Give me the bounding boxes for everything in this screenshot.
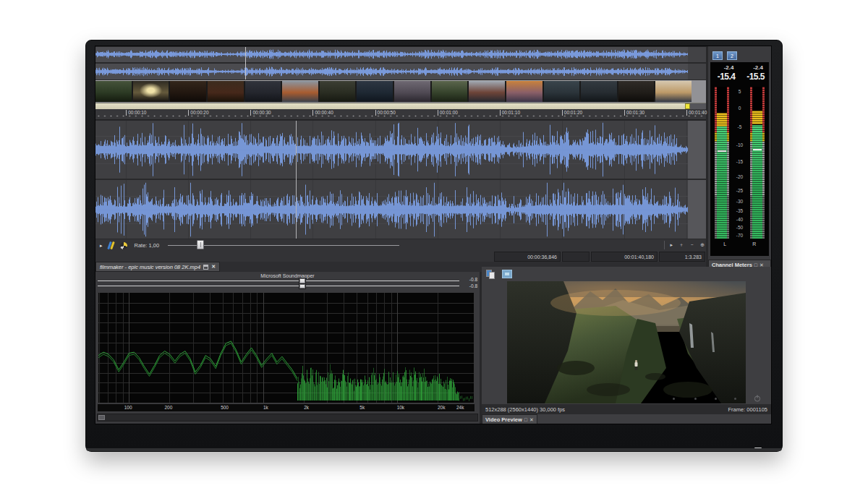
frequency-tick-label: 24k <box>456 405 464 410</box>
filmstrip-thumbnail[interactable] <box>95 81 132 102</box>
ruler-time-label: 00:00:40 <box>312 110 333 116</box>
filmstrip-thumbnail[interactable] <box>170 81 206 102</box>
spectrum-scrollbar-handle[interactable] <box>98 415 105 420</box>
filmstrip-empty-area <box>692 80 706 103</box>
filmstrip-thumbnail[interactable] <box>282 81 318 102</box>
filmstrip-thumbnail[interactable] <box>469 81 505 102</box>
zoom-ratio-box[interactable]: 1:3.283 <box>659 252 705 262</box>
close-icon[interactable]: ✕ <box>211 264 216 270</box>
ruler-time-label: 00:01:20 <box>562 110 582 116</box>
filmstrip-thumbnail[interactable] <box>544 81 580 102</box>
filmstrip-thumbnail[interactable] <box>432 81 468 102</box>
spectrum-plot <box>98 292 475 403</box>
osd-button-2[interactable] <box>694 398 697 400</box>
transport-bar: ▸ Rate: 1,00 ▸ ＋ － ⊕ <box>95 239 706 252</box>
filmstrip-thumbnail[interactable] <box>245 81 281 102</box>
osd-button-3[interactable] <box>715 398 717 400</box>
video-filmstrip[interactable] <box>95 80 692 103</box>
edit-tool-icon[interactable] <box>107 241 116 249</box>
meter-scale-label: -5 <box>729 124 750 129</box>
spectrum-analysis-panel: Microsoft Soundmapper -0.8 -0.8 10020050… <box>95 272 480 424</box>
copy-frame-icon[interactable] <box>485 270 497 280</box>
zoom-in-icon[interactable]: ＋ <box>678 241 684 249</box>
ruler-ticks <box>95 115 706 117</box>
filmstrip-thumbnail[interactable] <box>655 81 692 102</box>
loop-region-fill <box>95 103 685 109</box>
ruler-time-label: 00:01:40 <box>686 110 707 116</box>
power-icon[interactable] <box>753 394 762 403</box>
filmstrip-thumbnail[interactable] <box>394 81 430 102</box>
frequency-tick-label: 500 <box>221 405 229 410</box>
channel-meters-panel: 1 2 -2.4 -2.4 -15.4 -15.5 <box>708 46 771 270</box>
video-status-bar: 512x288 (2560x1440) 30,000 fps Frame: 00… <box>482 404 771 414</box>
meter-scale-label: 0 <box>729 106 750 111</box>
meter-channel-2-button[interactable]: 2 <box>727 51 737 60</box>
zoom-tool-icon[interactable]: ⊕ <box>700 241 705 249</box>
meter-scale-label: 5 <box>729 89 750 94</box>
frequency-tick-label: 5k <box>359 405 365 410</box>
video-preview-tab[interactable]: Video Preview □ ✕ <box>482 414 537 424</box>
peak-value-right: -2.4 <box>740 64 770 71</box>
frequency-axis: 1002005001k2k5k10k20k24k <box>98 404 475 411</box>
osd-button-1[interactable] <box>673 398 675 400</box>
filmstrip-thumbnail[interactable] <box>208 81 244 102</box>
document-title: filmmaker - epic music version 08 2K.mp4 <box>100 264 200 270</box>
waveform-overview[interactable] <box>95 46 706 80</box>
rms-value-right: -15.5 <box>740 72 770 82</box>
filmstrip-thumbnail[interactable] <box>357 81 393 102</box>
event-tool-icon[interactable] <box>120 242 127 249</box>
close-icon[interactable]: ✕ <box>529 417 534 423</box>
filmstrip-thumbnail[interactable] <box>320 81 356 102</box>
meter-scale-label: -25 <box>729 187 750 192</box>
peak-value-left: -2.4 <box>710 64 740 71</box>
frequency-tick-label: 10k <box>397 405 404 410</box>
loop-region-bar[interactable] <box>95 103 706 109</box>
video-preview-panel: 512x288 (2560x1440) 30,000 fps Frame: 00… <box>482 267 771 424</box>
document-tab[interactable]: filmmaker - epic music version 08 2K.mp4… <box>95 262 220 272</box>
spectrum-scrollbar[interactable] <box>97 414 478 421</box>
rate-slider-handle[interactable] <box>197 240 204 249</box>
video-frame-counter: Frame: 0001105 <box>728 406 767 413</box>
audio-editor-window: 00:00:1000:00:2000:00:3000:00:4000:00:50… <box>95 46 706 262</box>
channel-label-right: R <box>740 241 770 247</box>
meter-scale: 50-5-10-15-20-25-30-35-40-50-70 <box>729 87 750 239</box>
selection-status-row: 00:00:36,846 00:01:40,180 1:3.283 <box>95 252 706 262</box>
meter-scale-label: -50 <box>729 225 750 230</box>
play-icon[interactable]: ▸ <box>100 243 103 249</box>
spectrum-slider-rail-top[interactable] <box>98 281 459 281</box>
waveform-display[interactable] <box>95 120 706 239</box>
empty-status-box[interactable] <box>562 252 590 262</box>
time-ruler[interactable]: 00:00:1000:00:2000:00:3000:00:4000:00:50… <box>95 109 706 120</box>
spectrum-slider-handle[interactable] <box>299 278 306 289</box>
video-preview-image <box>507 281 746 403</box>
save-icon <box>203 265 208 270</box>
filmstrip-thumbnail[interactable] <box>506 81 542 102</box>
external-monitor-icon[interactable] <box>502 270 512 278</box>
float-icon[interactable]: □ <box>524 417 527 422</box>
loop-end-marker[interactable] <box>685 103 690 109</box>
ruler-time-label: 00:00:20 <box>188 110 208 116</box>
meter-scale-label: -70 <box>729 232 750 237</box>
meter-scale-label: -20 <box>729 174 750 179</box>
meter-display: -2.4 -2.4 -15.4 -15.5 <box>710 62 769 256</box>
meter-channel-1-button[interactable]: 1 <box>712 51 723 60</box>
ruler-time-label: 00:00:30 <box>250 110 271 116</box>
spectrum-slider-values: -0.8 -0.8 <box>469 276 477 289</box>
zoom-play-icon[interactable]: ▸ <box>671 241 673 249</box>
filmstrip-thumbnail[interactable] <box>133 81 169 102</box>
ruler-time-label: 00:01:30 <box>624 110 644 116</box>
rms-value-left: -15.4 <box>710 72 740 82</box>
osd-button-4[interactable] <box>734 398 736 400</box>
level-meter-left <box>715 87 729 239</box>
meter-scale-label: -40 <box>729 216 750 221</box>
meter-scale-label: -35 <box>729 208 750 213</box>
spectrum-slider-rail-bottom[interactable] <box>98 286 459 286</box>
length-time-box[interactable]: 00:01:40,180 <box>591 252 658 262</box>
desktop: 00:00:1000:00:2000:00:3000:00:4000:00:50… <box>0 0 868 488</box>
channel-label-left: L <box>710 241 740 247</box>
filmstrip-thumbnail[interactable] <box>618 81 655 102</box>
cursor-time-box[interactable]: 00:00:36,846 <box>494 252 561 262</box>
filmstrip-thumbnail[interactable] <box>581 81 617 102</box>
meter-scale-label: -10 <box>729 142 750 147</box>
zoom-out-icon[interactable]: － <box>689 241 694 249</box>
